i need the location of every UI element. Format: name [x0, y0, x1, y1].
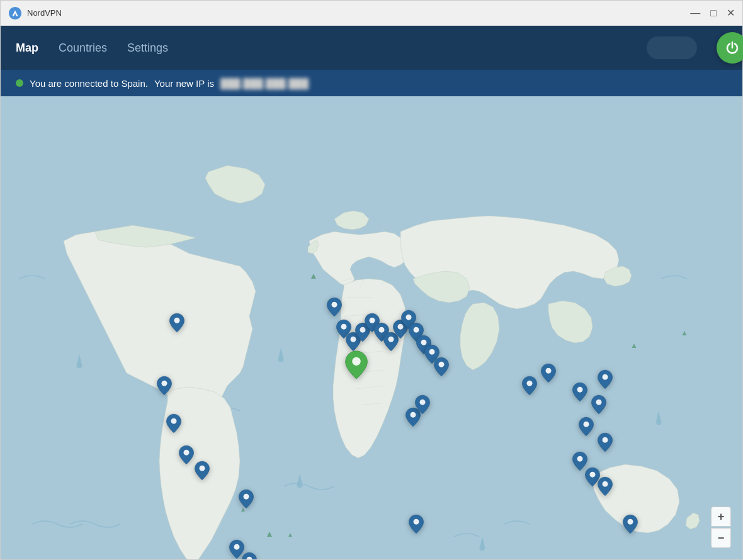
svg-point-67 [420, 400, 426, 405]
zoom-out-button[interactable]: − [711, 528, 731, 548]
svg-rect-11 [279, 361, 283, 362]
zoom-controls: + − [711, 507, 731, 548]
nav-tabs: Map Countries Settings [16, 39, 647, 57]
titlebar: NordVPN — □ ✕ [1, 1, 742, 26]
minimize-button[interactable]: — [690, 8, 700, 18]
connection-status-dot [16, 79, 23, 87]
toggle-track [647, 36, 697, 59]
location-pin-australia[interactable] [620, 514, 640, 537]
location-pin-asia-5[interactable] [595, 369, 615, 392]
svg-point-70 [546, 368, 552, 374]
svg-point-72 [596, 400, 602, 405]
svg-point-63 [429, 349, 435, 355]
svg-point-75 [603, 437, 608, 443]
svg-point-79 [628, 519, 633, 525]
svg-rect-5 [298, 486, 302, 488]
svg-point-61 [414, 327, 419, 333]
svg-point-76 [577, 456, 583, 462]
svg-point-46 [171, 418, 177, 424]
location-pin-asia-3[interactable] [570, 382, 590, 405]
svg-point-78 [603, 481, 608, 487]
svg-text:▲: ▲ [287, 531, 293, 538]
svg-point-52 [332, 302, 337, 308]
statusbar: You are connected to Spain. Your new IP … [1, 70, 742, 96]
nordvpn-logo [8, 6, 22, 20]
svg-point-65 [439, 362, 445, 367]
svg-text:▲: ▲ [265, 529, 274, 539]
svg-point-53 [341, 324, 347, 330]
location-pin-south-america-3[interactable] [239, 552, 259, 560]
tab-map[interactable]: Map [16, 39, 38, 57]
location-pin-south-america-1[interactable] [236, 489, 256, 512]
location-pin-asia-6[interactable] [576, 417, 596, 439]
svg-point-49 [244, 494, 249, 500]
location-pin-north-america-2[interactable] [154, 376, 174, 398]
ip-prefix: Your new IP is [154, 78, 214, 89]
zoom-in-button[interactable]: + [711, 507, 731, 527]
svg-point-50 [234, 544, 240, 550]
connection-message: You are connected to Spain. [30, 78, 148, 89]
location-pin-asia-4[interactable] [589, 395, 609, 417]
location-pin-middle-east[interactable] [431, 357, 451, 379]
svg-point-68 [414, 519, 419, 525]
power-button[interactable] [717, 32, 743, 64]
location-pin-europe-1[interactable] [324, 297, 344, 320]
window-controls: — □ ✕ [690, 8, 735, 18]
ip-address: ███.███.███.███ [220, 78, 309, 89]
svg-point-47 [184, 450, 190, 456]
power-toggle-area [647, 36, 697, 59]
location-pin-africa-2[interactable] [412, 395, 433, 417]
svg-point-71 [577, 387, 583, 393]
svg-point-44 [174, 318, 180, 323]
app-title: NordVPN [27, 8, 690, 18]
location-pin-spain[interactable] [341, 350, 372, 383]
svg-point-73 [603, 374, 608, 380]
location-pin-asia-1[interactable] [519, 376, 540, 398]
location-pin-north-america-3[interactable] [164, 413, 184, 436]
svg-text:▲: ▲ [681, 328, 688, 337]
svg-point-60 [406, 315, 412, 320]
svg-rect-9 [77, 367, 81, 368]
location-pin-asia-2[interactable] [538, 363, 559, 386]
svg-point-45 [162, 381, 167, 386]
maximize-button[interactable]: □ [710, 8, 717, 18]
svg-point-48 [200, 466, 205, 471]
map-area: ▲ ▲ ▲ ▲ ▲ ▲ ▲ ▲ ▲ ▲ ▲ ▲ [1, 96, 743, 560]
svg-rect-7 [480, 549, 484, 551]
svg-rect-15 [657, 423, 661, 425]
power-icon [725, 40, 740, 55]
navbar: Map Countries Settings ⚲ [1, 26, 742, 70]
svg-point-64 [352, 357, 360, 366]
location-pin-africa-3[interactable] [406, 514, 426, 537]
svg-point-74 [584, 422, 589, 427]
location-pin-asia-10[interactable] [595, 476, 615, 499]
svg-text:▲: ▲ [309, 271, 318, 281]
svg-point-69 [527, 381, 533, 386]
location-pin-north-america-1[interactable] [167, 313, 187, 335]
close-button[interactable]: ✕ [727, 8, 735, 18]
location-pin-north-america-5[interactable] [192, 461, 212, 483]
tab-countries[interactable]: Countries [59, 39, 107, 57]
svg-text:▲: ▲ [630, 341, 638, 350]
tab-settings[interactable]: Settings [127, 39, 168, 57]
location-pin-asia-7[interactable] [595, 432, 615, 455]
